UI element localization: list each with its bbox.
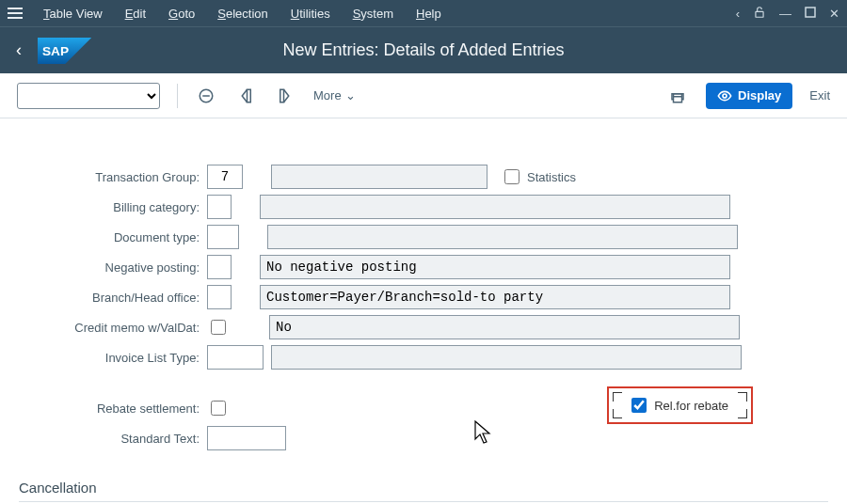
more-label: More [313,88,342,102]
branch-head-desc[interactable] [260,285,730,309]
svg-rect-6 [674,96,682,102]
menu-selection[interactable]: Selection [206,7,279,21]
branch-head-label: Branch/Head office: [19,291,207,305]
standard-text-label: Standard Text: [19,432,207,446]
maximize-icon[interactable] [805,7,816,21]
document-type-input[interactable] [207,225,239,249]
invoice-list-type-label: Invoice List Type: [19,351,207,365]
invoice-list-type-input[interactable] [207,345,264,370]
page-title: New Entries: Details of Added Entries [113,40,847,60]
credit-memo-desc[interactable] [269,315,740,339]
menu-utilities[interactable]: Utilities [280,7,342,21]
menu-edit[interactable]: Edit [114,7,157,21]
window-controls: ‹ — ✕ [736,6,839,22]
print-icon[interactable] [666,85,689,107]
menu-goto[interactable]: Goto [157,7,206,21]
back-button[interactable]: ‹ [0,40,38,60]
statistics-label: Statistics [527,170,576,184]
transaction-group-input[interactable] [207,165,243,189]
header-bar: ‹ SAP New Entries: Details of Added Entr… [0,26,847,73]
page-next-icon[interactable] [274,85,296,107]
branch-head-input[interactable] [207,285,232,309]
close-icon[interactable]: ✕ [829,7,839,21]
sap-logo: SAP [38,38,113,64]
rebate-settlement-label: Rebate settlement: [19,402,207,416]
document-type-label: Document type: [19,230,207,244]
svg-point-7 [723,94,727,98]
display-button[interactable]: Display [706,83,792,109]
svg-rect-0 [756,11,763,17]
hamburger-icon[interactable] [8,8,23,19]
menu-table-view[interactable]: Table View [32,7,114,21]
content-area: Transaction Group: Statistics Billing ca… [0,118,847,504]
cancellation-section-title: Cancellation [19,480,828,502]
document-type-desc[interactable] [267,225,738,249]
credit-memo-checkbox[interactable] [211,320,226,335]
billing-category-desc[interactable] [260,195,730,219]
negative-posting-input[interactable] [207,255,232,279]
statistics-checkbox[interactable] [504,169,519,184]
negative-posting-label: Negative posting: [19,260,207,275]
rebate-settlement-checkbox[interactable] [211,401,226,416]
invoice-list-type-desc[interactable] [271,345,742,370]
display-label: Display [738,88,781,102]
svg-rect-1 [806,8,815,17]
rel-for-rebate-checkbox[interactable] [631,398,647,413]
billing-category-input[interactable] [207,195,232,219]
billing-category-label: Billing category: [19,200,207,214]
rel-for-rebate-label: Rel.for rebate [654,399,728,413]
transaction-group-label: Transaction Group: [19,170,207,184]
cancel-icon[interactable] [195,85,217,107]
chevron-left-icon[interactable]: ‹ [736,7,740,21]
transaction-group-desc[interactable] [271,165,487,189]
menu-help[interactable]: Help [405,7,453,21]
credit-memo-label: Credit memo w/ValDat: [19,321,207,335]
exit-link[interactable]: Exit [809,88,830,102]
standard-text-input[interactable] [207,426,286,450]
svg-text:SAP: SAP [42,43,69,57]
lock-open-icon[interactable] [753,6,766,22]
menu-bar: Table View Edit Goto Selection Utilities… [0,0,847,26]
negative-posting-desc[interactable] [260,255,730,279]
page-prev-icon[interactable] [234,85,257,107]
form: Transaction Group: Statistics Billing ca… [19,162,828,453]
chevron-down-icon: ⌄ [345,88,356,102]
rel-for-rebate-highlight: Rel.for rebate [607,386,753,424]
toolbar: More ⌄ Display Exit [0,73,847,118]
minimize-icon[interactable]: — [779,7,791,21]
more-menu[interactable]: More ⌄ [313,88,356,102]
command-combo[interactable] [17,83,160,109]
menu-system[interactable]: System [342,7,405,21]
